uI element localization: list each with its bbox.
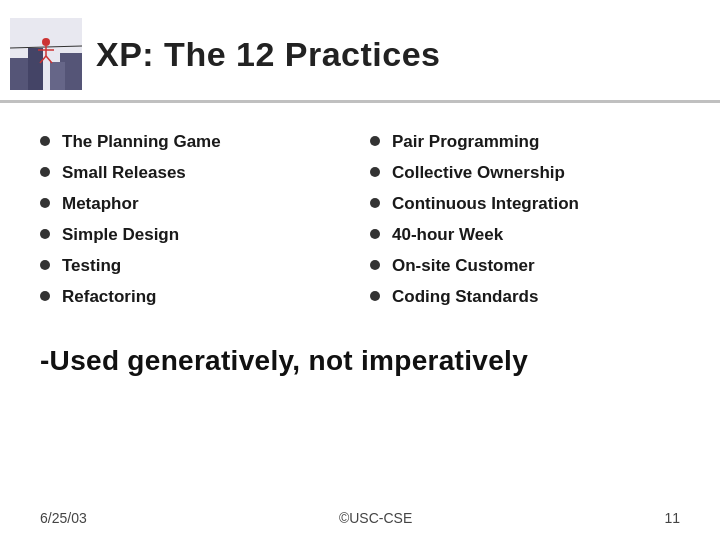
svg-point-6 bbox=[42, 38, 50, 46]
bullet-dot bbox=[370, 136, 380, 146]
list-item: Continuous Integration bbox=[370, 193, 680, 216]
bullet-dot bbox=[370, 260, 380, 270]
svg-rect-4 bbox=[50, 62, 65, 90]
list-item-text: Pair Programming bbox=[392, 131, 539, 154]
list-item-text: Simple Design bbox=[62, 224, 179, 247]
bullet-dot bbox=[370, 198, 380, 208]
list-item: Testing bbox=[40, 255, 350, 278]
left-bullet-list: The Planning GameSmall ReleasesMetaphorS… bbox=[40, 131, 350, 317]
list-item: The Planning Game bbox=[40, 131, 350, 154]
list-item-text: Metaphor bbox=[62, 193, 139, 216]
list-item: Metaphor bbox=[40, 193, 350, 216]
list-item: Collective Ownership bbox=[370, 162, 680, 185]
bullet-dot bbox=[40, 167, 50, 177]
slide: XP: The 12 Practices The Planning GameSm… bbox=[0, 0, 720, 540]
bullet-dot bbox=[40, 136, 50, 146]
list-item-text: Refactoring bbox=[62, 286, 156, 309]
right-bullet-list: Pair ProgrammingCollective OwnershipCont… bbox=[370, 131, 680, 317]
list-item-text: The Planning Game bbox=[62, 131, 221, 154]
footer-date: 6/25/03 bbox=[40, 510, 87, 526]
list-item: Simple Design bbox=[40, 224, 350, 247]
bullet-dot bbox=[40, 229, 50, 239]
page-title: XP: The 12 Practices bbox=[96, 35, 441, 74]
list-item-text: On-site Customer bbox=[392, 255, 535, 278]
right-column: Pair ProgrammingCollective OwnershipCont… bbox=[370, 131, 680, 317]
list-item: Coding Standards bbox=[370, 286, 680, 309]
header-icon bbox=[10, 18, 82, 90]
list-item: Pair Programming bbox=[370, 131, 680, 154]
bullet-dot bbox=[40, 198, 50, 208]
bullet-dot bbox=[370, 291, 380, 301]
list-item-text: Coding Standards bbox=[392, 286, 538, 309]
svg-rect-2 bbox=[28, 48, 43, 90]
bullet-dot bbox=[370, 229, 380, 239]
list-item: On-site Customer bbox=[370, 255, 680, 278]
bullet-dot bbox=[40, 291, 50, 301]
content-area: The Planning GameSmall ReleasesMetaphorS… bbox=[0, 103, 720, 327]
svg-rect-1 bbox=[10, 58, 30, 90]
bullet-dot bbox=[370, 167, 380, 177]
footer-page-number: 11 bbox=[664, 510, 680, 526]
footer-copyright: ©USC-CSE bbox=[339, 510, 412, 526]
list-item-text: 40-hour Week bbox=[392, 224, 503, 247]
left-column: The Planning GameSmall ReleasesMetaphorS… bbox=[40, 131, 350, 317]
bullet-dot bbox=[40, 260, 50, 270]
header: XP: The 12 Practices bbox=[0, 0, 720, 103]
list-item-text: Collective Ownership bbox=[392, 162, 565, 185]
list-item-text: Testing bbox=[62, 255, 121, 278]
footer: 6/25/03 ©USC-CSE 11 bbox=[0, 510, 720, 526]
list-item: Refactoring bbox=[40, 286, 350, 309]
tagline: -Used generatively, not imperatively bbox=[0, 327, 720, 387]
list-item-text: Continuous Integration bbox=[392, 193, 579, 216]
list-item: 40-hour Week bbox=[370, 224, 680, 247]
header-image bbox=[10, 18, 82, 90]
list-item: Small Releases bbox=[40, 162, 350, 185]
list-item-text: Small Releases bbox=[62, 162, 186, 185]
